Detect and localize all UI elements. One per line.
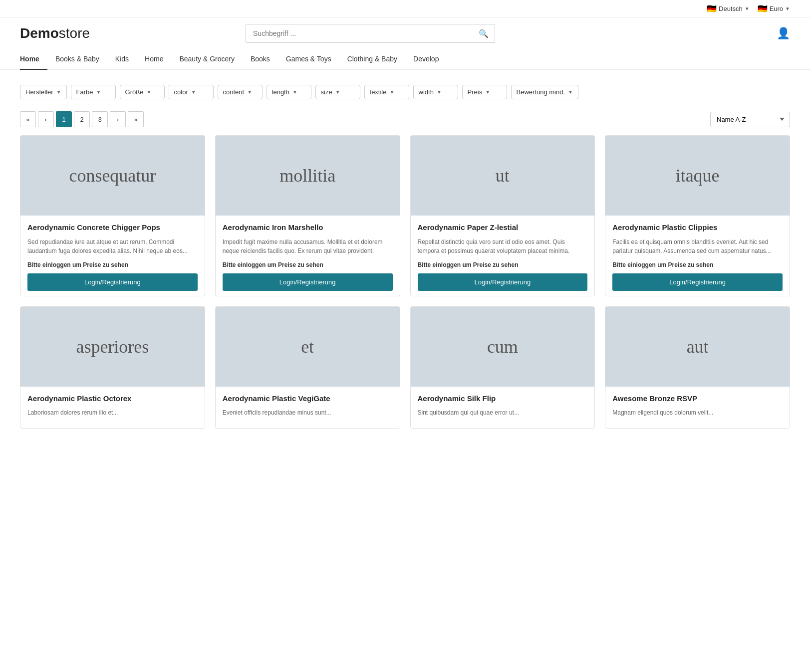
page-btn-3[interactable]: 3 — [92, 111, 108, 127]
product-info: Aerodynamic Plastic Clippies Facilis ea … — [605, 216, 790, 296]
filter-label: Bewertung mind. — [517, 88, 565, 96]
lang-dropdown-arrow: ▼ — [745, 6, 750, 11]
page-btn-‹[interactable]: ‹ — [38, 111, 54, 127]
header-top: 🇩🇪 Deutsch ▼ 🇩🇪 Euro ▼ — [0, 0, 810, 18]
logo[interactable]: Demostore — [20, 25, 90, 41]
product-image-text: cum — [482, 336, 523, 357]
filters-section: Hersteller▼Farbe▼Größe▼color▼content▼len… — [0, 70, 810, 107]
filter-arrow: ▼ — [335, 89, 340, 95]
filter-width[interactable]: width▼ — [413, 85, 458, 99]
product-name: Aerodynamic Plastic VegiGate — [223, 394, 393, 404]
login-register-button[interactable]: Login/Registrierung — [612, 273, 783, 291]
filter-length[interactable]: length▼ — [267, 85, 311, 99]
product-card: ut Aerodynamic Paper Z-lestial Repellat … — [410, 135, 595, 296]
nav-item-clothing---baby[interactable]: Clothing & Baby — [339, 49, 405, 69]
login-register-button[interactable]: Login/Registrierung — [27, 273, 198, 291]
page-btn-2[interactable]: 2 — [74, 111, 90, 127]
filter-preis[interactable]: Preis▼ — [462, 85, 507, 99]
nav-item-books[interactable]: Books — [243, 49, 278, 69]
page-btn-«[interactable]: « — [20, 111, 36, 127]
product-name: Aerodynamic Concrete Chigger Pops — [27, 223, 198, 232]
currency-selector[interactable]: 🇩🇪 Euro ▼ — [758, 4, 790, 13]
login-register-button[interactable]: Login/Registrierung — [418, 273, 588, 291]
product-info: Aerodynamic Iron Marshello Impedit fugit… — [216, 216, 400, 296]
product-name: Aerodynamic Iron Marshello — [223, 223, 393, 232]
language-selector[interactable]: 🇩🇪 Deutsch ▼ — [707, 4, 750, 13]
product-name: Aerodynamic Plastic Octorex — [27, 394, 198, 404]
page-btn-1[interactable]: 1 — [56, 111, 72, 127]
search-button[interactable]: 🔍 — [473, 25, 495, 42]
nav-item-games---toys[interactable]: Games & Toys — [278, 49, 339, 69]
filter-label: length — [272, 88, 289, 96]
filter-arrow: ▼ — [191, 89, 196, 95]
product-card: asperiores Aerodynamic Plastic Octorex L… — [20, 306, 205, 429]
product-info: Aerodynamic Plastic VegiGate Eveniet off… — [216, 387, 400, 429]
product-desc: Facilis ea et quisquam omnis blanditiis … — [612, 237, 783, 255]
nav-item-books---baby[interactable]: Books & Baby — [47, 49, 107, 69]
filter-label: color — [174, 88, 188, 96]
filter-arrow: ▼ — [390, 89, 395, 95]
product-image-text: asperiores — [71, 336, 154, 357]
filter-color[interactable]: color▼ — [169, 85, 214, 99]
product-desc: Repellat distinctio quia vero sunt id od… — [418, 237, 588, 255]
product-info: Aerodynamic Plastic Octorex Laboriosam d… — [20, 387, 205, 429]
filter-farbe[interactable]: Farbe▼ — [71, 85, 116, 99]
product-card: itaque Aerodynamic Plastic Clippies Faci… — [605, 135, 790, 296]
product-image: et — [216, 307, 400, 387]
lang-label: Deutsch — [719, 5, 743, 12]
product-price-note: Bitte einloggen um Preise zu sehen — [223, 261, 393, 268]
product-image-text: aut — [682, 336, 714, 357]
product-image-text: consequatur — [64, 165, 161, 186]
product-desc: Laboriosam dolores rerum illo et... — [27, 408, 198, 417]
product-card: cum Aerodynamic Silk Flip Sint quibusdam… — [410, 306, 595, 429]
filter-label: Größe — [125, 88, 144, 96]
product-image: consequatur — [20, 136, 205, 216]
filter-label: width — [419, 88, 434, 96]
nav-item-kids[interactable]: Kids — [107, 49, 137, 69]
logo-light: store — [59, 25, 90, 41]
filter-bewertung mind.[interactable]: Bewertung mind.▼ — [511, 85, 578, 99]
product-info: Awesome Bronze RSVP Magnam eligendi quos… — [605, 387, 790, 429]
page-btn-»[interactable]: » — [128, 111, 144, 127]
filter-arrow: ▼ — [96, 89, 101, 95]
product-image-text: mollitia — [274, 165, 340, 186]
filter-content[interactable]: content▼ — [218, 85, 263, 99]
product-price-note: Bitte einloggen um Preise zu sehen — [418, 261, 588, 268]
filter-size[interactable]: size▼ — [315, 85, 360, 99]
product-image: cum — [411, 307, 595, 387]
header-main: Demostore 🔍 👤 — [0, 18, 810, 49]
nav-item-home[interactable]: Home — [20, 49, 47, 70]
product-name: Aerodynamic Plastic Clippies — [612, 223, 783, 232]
filter-arrow: ▼ — [568, 89, 573, 95]
user-icon[interactable]: 👤 — [777, 27, 790, 40]
login-register-button[interactable]: Login/Registrierung — [223, 273, 393, 291]
nav-item-develop[interactable]: Develop — [405, 49, 447, 69]
filter-label: Hersteller — [25, 88, 53, 96]
product-image-text: et — [296, 336, 319, 357]
filter-arrow: ▼ — [146, 89, 151, 95]
page-btn-›[interactable]: › — [110, 111, 126, 127]
search-input[interactable] — [246, 24, 473, 42]
nav-item-beauty---grocery[interactable]: Beauty & Grocery — [171, 49, 243, 69]
search-bar: 🔍 — [246, 24, 495, 43]
product-card: consequatur Aerodynamic Concrete Chigger… — [20, 135, 205, 296]
flag-de-lang: 🇩🇪 — [707, 4, 717, 13]
product-image-text: ut — [491, 165, 515, 186]
filter-hersteller[interactable]: Hersteller▼ — [20, 85, 67, 99]
filter-label: Farbe — [76, 88, 93, 96]
sort-select[interactable]: Name A-ZName Z-APreis aufsteigendPreis a… — [710, 112, 790, 127]
filter-label: Preis — [468, 88, 483, 96]
product-info: Aerodynamic Silk Flip Sint quibusdam qui… — [411, 387, 595, 429]
product-info: Aerodynamic Paper Z-lestial Repellat dis… — [411, 216, 595, 296]
currency-dropdown-arrow: ▼ — [785, 6, 790, 11]
product-image: itaque — [605, 136, 790, 216]
product-image: ut — [411, 136, 595, 216]
filter-textile[interactable]: textile▼ — [364, 85, 409, 99]
product-image: asperiores — [20, 307, 205, 387]
product-card: aut Awesome Bronze RSVP Magnam eligendi … — [605, 306, 790, 429]
filter-größe[interactable]: Größe▼ — [120, 85, 165, 99]
nav-item-home[interactable]: Home — [137, 49, 171, 69]
product-desc: Sed repudiandae iure aut atque et aut re… — [27, 237, 198, 255]
product-card: et Aerodynamic Plastic VegiGate Eveniet … — [215, 306, 400, 429]
pagination-sort-bar: «‹123›» Name A-ZName Z-APreis aufsteigen… — [0, 107, 810, 135]
